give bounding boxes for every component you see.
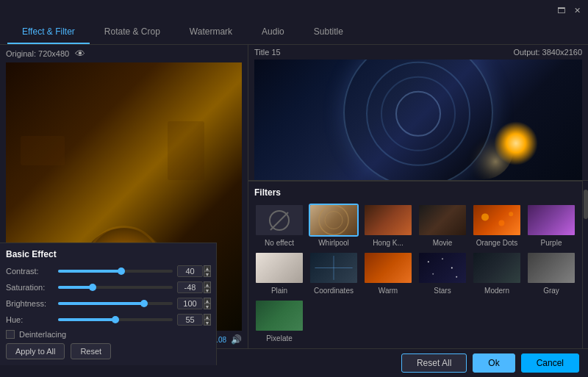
brightness-up[interactable]: ▲ — [204, 298, 211, 304]
filter-coordinates[interactable]: Coordinates — [309, 251, 359, 295]
whirlpool-bg — [310, 205, 357, 235]
saturation-down[interactable]: ▼ — [204, 287, 211, 293]
reset-all-button[interactable]: Reset All — [401, 353, 467, 373]
reset-button[interactable]: Reset — [71, 343, 111, 359]
tab-effect-filter[interactable]: Effect & Filter — [7, 21, 90, 44]
volume-icon[interactable]: 🔊 — [231, 334, 242, 345]
no-effect-icon — [269, 210, 290, 231]
filter-coordinates-label: Coordinates — [314, 287, 354, 295]
svg-point-6 — [396, 92, 440, 136]
filter-plain[interactable]: Plain — [254, 251, 304, 295]
tab-watermark[interactable]: Watermark — [175, 21, 247, 44]
filter-orange-dots-label: Orange Dots — [476, 239, 518, 247]
movie-bg — [419, 205, 466, 235]
hue-down[interactable]: ▼ — [204, 320, 211, 326]
filter-warm-label: Warm — [379, 287, 398, 295]
svg-point-9 — [325, 212, 343, 229]
filter-no-effect-thumb — [254, 204, 304, 237]
svg-point-7 — [454, 121, 513, 179]
brightness-input[interactable] — [177, 298, 203, 309]
filter-pixelate-label: Pixelate — [266, 334, 293, 342]
brightness-fill — [58, 302, 144, 305]
filter-movie-thumb — [417, 204, 467, 237]
hue-thumb — [112, 316, 119, 323]
contrast-thumb — [118, 268, 125, 275]
original-header: Original: 720x480 👁 — [0, 45, 248, 62]
filters-title: Filters — [254, 187, 576, 198]
contrast-down[interactable]: ▼ — [204, 271, 211, 277]
filter-hong-kong-thumb — [363, 204, 413, 237]
saturation-up[interactable]: ▲ — [204, 281, 211, 287]
tab-rotate-crop[interactable]: Rotate & Crop — [90, 21, 175, 44]
saturation-input[interactable] — [177, 281, 203, 293]
svg-point-19 — [456, 276, 457, 278]
svg-point-17 — [451, 268, 453, 269]
deinterlacing-checkbox[interactable] — [6, 330, 15, 339]
filter-stars[interactable]: Stars — [417, 251, 467, 295]
filter-orange-dots-thumb — [472, 204, 522, 237]
contrast-fill — [58, 270, 121, 273]
cancel-button[interactable]: Cancel — [521, 353, 579, 373]
filter-whirlpool-label: Whirlpool — [318, 239, 349, 247]
svg-point-10 — [481, 213, 489, 220]
contrast-input[interactable] — [177, 265, 203, 277]
brightness-label: Brightness: — [6, 299, 54, 308]
filter-warm[interactable]: Warm — [363, 251, 413, 295]
svg-point-8 — [319, 206, 348, 235]
ok-button[interactable]: Ok — [473, 353, 514, 373]
filters-grid: No effect — [254, 204, 576, 342]
hong-kong-bg — [365, 205, 412, 235]
saturation-thumb — [89, 284, 96, 291]
contrast-up[interactable]: ▲ — [204, 265, 211, 271]
filter-pixelate[interactable]: Pixelate — [254, 299, 304, 342]
saturation-arrows: ▲ ▼ — [204, 281, 211, 293]
hue-up[interactable]: ▲ — [204, 314, 211, 320]
filter-coordinates-thumb — [309, 251, 359, 284]
filter-purple[interactable]: Purple — [526, 204, 576, 247]
hue-slider[interactable] — [58, 318, 173, 321]
filter-pixelate-thumb — [254, 299, 304, 332]
eye-icon[interactable]: 👁 — [75, 48, 85, 60]
deinterlacing-label: Deinterlacing — [19, 330, 66, 339]
basic-effect-panel: Basic Effect Contrast: ▲ ▼ Saturation: — [0, 243, 217, 365]
filter-hong-kong-label: Hong K... — [373, 239, 404, 247]
brightness-down[interactable]: ▼ — [204, 304, 211, 309]
saturation-row: Saturation: ▲ ▼ — [6, 281, 210, 293]
filter-plain-thumb — [254, 251, 304, 284]
hue-input[interactable] — [177, 314, 203, 326]
orange-dots-bg — [473, 205, 520, 235]
purple-bg — [528, 205, 575, 235]
contrast-label: Contrast: — [6, 267, 54, 276]
filter-stars-label: Stars — [434, 287, 451, 295]
filter-movie[interactable]: Movie — [417, 204, 467, 247]
filter-plain-label: Plain — [271, 287, 287, 295]
filter-gray-label: Gray — [543, 287, 559, 295]
contrast-row: Contrast: ▲ ▼ — [6, 265, 210, 277]
output-preview — [254, 60, 582, 180]
title-bar: 🗖 ✕ — [0, 0, 588, 21]
action-buttons: Apply to All Reset — [6, 343, 210, 359]
svg-point-11 — [498, 220, 504, 226]
filter-no-effect[interactable]: No effect — [254, 204, 304, 247]
tab-subtitle[interactable]: Subtitle — [299, 21, 358, 44]
filter-modern-thumb — [472, 251, 522, 284]
hue-arrows: ▲ ▼ — [204, 314, 211, 326]
contrast-slider[interactable] — [58, 270, 173, 273]
filters-scrollbar[interactable] — [582, 181, 588, 348]
filter-gray-thumb — [526, 251, 576, 284]
original-label: Original: 720x480 — [6, 49, 69, 58]
tab-audio[interactable]: Audio — [247, 21, 299, 44]
contrast-arrows: ▲ ▼ — [204, 265, 211, 277]
filter-gray[interactable]: Gray — [526, 251, 576, 295]
filter-modern[interactable]: Modern — [472, 251, 522, 295]
brightness-slider[interactable] — [58, 302, 173, 305]
filter-whirlpool[interactable]: Whirlpool — [309, 204, 359, 247]
close-button[interactable]: ✕ — [572, 5, 582, 15]
saturation-slider[interactable] — [58, 286, 173, 289]
filter-whirlpool-thumb — [309, 204, 359, 237]
minimize-button[interactable]: 🗖 — [556, 5, 566, 15]
apply-to-all-button[interactable]: Apply to All — [6, 343, 65, 359]
filter-orange-dots[interactable]: Orange Dots — [472, 204, 522, 247]
filter-stars-thumb — [417, 251, 467, 284]
filter-hong-kong[interactable]: Hong K... — [363, 204, 413, 247]
